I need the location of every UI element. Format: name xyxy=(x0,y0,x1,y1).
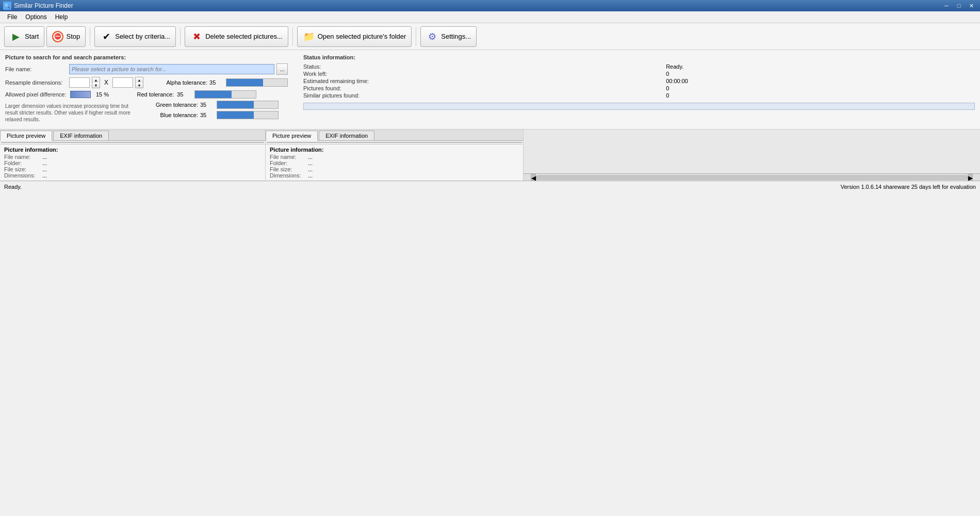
similar-label: Similar pictures found: xyxy=(303,92,656,99)
statusbar-status: Ready. xyxy=(4,184,22,190)
menu-help[interactable]: Help xyxy=(51,12,72,22)
open-folder-button[interactable]: 📁 Open selected picture's folder xyxy=(297,26,412,47)
left-folder-label: Folder: xyxy=(4,160,40,166)
red-label: Red tolerance: xyxy=(117,91,174,98)
red-value: 35 xyxy=(177,91,191,98)
filename-input[interactable] xyxy=(69,64,274,74)
resample-width-down[interactable]: ▼ xyxy=(92,83,100,88)
blue-slider[interactable] xyxy=(217,111,279,119)
select-criteria-button[interactable]: ✔ Select by criteria... xyxy=(94,26,176,47)
middle-info-section: Picture information: File name: ... Fold… xyxy=(266,144,523,181)
search-params: Picture to search for and search paramet… xyxy=(5,54,288,125)
folder-icon: 📁 xyxy=(303,30,315,43)
middle-filename-label: File name: xyxy=(270,154,306,160)
right-results-pane: ◀ ▶ xyxy=(524,130,980,181)
red-slider-fill xyxy=(195,91,232,98)
close-button[interactable]: ✕ xyxy=(966,1,977,10)
middle-preview-area xyxy=(267,142,522,143)
left-preview-area xyxy=(1,142,264,143)
found-label: Pictures found: xyxy=(303,85,656,91)
red-slider[interactable] xyxy=(194,90,256,99)
pixel-diff-bar xyxy=(70,91,91,98)
blue-slider-fill xyxy=(217,111,254,119)
browse-button[interactable]: ... xyxy=(276,63,288,75)
toolbar-sep-4 xyxy=(416,27,416,46)
status-value: Ready. xyxy=(666,63,975,70)
left-tab-preview[interactable]: Picture preview xyxy=(0,131,52,141)
middle-preview-pane: Picture preview EXIF information Picture… xyxy=(266,130,524,181)
title-bar-left: 🔍 Similar Picture Finder xyxy=(3,2,73,10)
status-section: Status information: Status: Ready. Work … xyxy=(298,54,975,125)
middle-filesize-label: File size: xyxy=(270,166,306,172)
status-label: Status: xyxy=(303,63,656,70)
resample-height-spinner[interactable]: ▲ ▼ xyxy=(135,77,143,88)
green-label: Green tolerance: xyxy=(141,102,198,108)
title-bar: 🔍 Similar Picture Finder ─ □ ✕ xyxy=(0,0,980,11)
resample-width-up[interactable]: ▲ xyxy=(92,77,100,83)
alpha-slider-fill xyxy=(226,79,263,86)
resample-height-up[interactable]: ▲ xyxy=(136,77,143,83)
stop-button[interactable]: ⛔ Stop xyxy=(46,26,86,47)
left-info-section: Picture information: File name: ... Fold… xyxy=(0,144,265,181)
scrollbar-track[interactable] xyxy=(536,175,968,180)
toolbar-sep-2 xyxy=(180,27,181,46)
blue-row: Blue tolerance: 35 xyxy=(141,111,279,119)
stop-label: Stop xyxy=(66,33,80,40)
middle-info-title: Picture information: xyxy=(270,147,519,153)
left-folder-value: ... xyxy=(42,160,47,166)
select-label: Select by criteria... xyxy=(115,33,170,40)
menubar: File Options Help xyxy=(0,11,980,23)
statusbar-version: Version 1.0.6.14 shareware 25 days left … xyxy=(841,184,976,190)
delete-label: Delete selected pictures... xyxy=(205,33,283,40)
left-dimensions-value: ... xyxy=(42,172,47,179)
settings-icon: ⚙ xyxy=(426,30,438,43)
search-params-title: Picture to search for and search paramet… xyxy=(5,54,288,60)
green-value: 35 xyxy=(200,102,215,108)
delete-icon: ✖ xyxy=(190,30,203,43)
middle-tab-preview[interactable]: Picture preview xyxy=(266,131,318,141)
left-tab-bar: Picture preview EXIF information xyxy=(0,130,265,141)
left-dimensions-label: Dimensions: xyxy=(4,172,40,179)
middle-filesize-value: ... xyxy=(308,166,313,172)
resample-height-input[interactable]: 75 xyxy=(112,77,133,88)
resample-width-spinner[interactable]: ▲ ▼ xyxy=(92,77,100,88)
status-title: Status information: xyxy=(303,54,975,60)
middle-tab-exif[interactable]: EXIF information xyxy=(319,131,374,140)
blue-value: 35 xyxy=(200,112,215,118)
title-bar-buttons: ─ □ ✕ xyxy=(941,1,977,10)
middle-filesize-row: File size: ... xyxy=(270,166,519,172)
settings-button[interactable]: ⚙ Settings... xyxy=(420,26,477,47)
resample-height-down[interactable]: ▼ xyxy=(136,83,143,88)
delete-button[interactable]: ✖ Delete selected pictures... xyxy=(185,26,288,47)
minimize-button[interactable]: ─ xyxy=(941,1,952,10)
start-icon: ▶ xyxy=(10,30,22,43)
remaining-label: Estimated remaining time: xyxy=(303,78,656,84)
status-grid: Status: Ready. Work left: 0 Estimated re… xyxy=(303,63,975,99)
horizontal-scrollbar[interactable]: ◀ ▶ xyxy=(524,173,980,181)
start-label: Start xyxy=(25,33,39,40)
menu-options[interactable]: Options xyxy=(21,12,51,22)
pixel-diff-pct: 15 % xyxy=(96,91,109,98)
resample-label: Resample dimensions: xyxy=(5,79,67,86)
left-filename-value: ... xyxy=(42,154,47,160)
menu-file[interactable]: File xyxy=(3,12,21,22)
start-button[interactable]: ▶ Start xyxy=(4,26,44,47)
results-list[interactable] xyxy=(524,130,980,173)
left-tab-exif[interactable]: EXIF information xyxy=(53,131,109,140)
filename-label: File name: xyxy=(5,66,67,72)
similar-value: 0 xyxy=(666,92,975,99)
toolbar-sep-3 xyxy=(292,27,293,46)
scroll-right-button[interactable]: ▶ xyxy=(968,174,973,181)
green-slider[interactable] xyxy=(217,101,279,109)
resample-width-input[interactable]: 75 xyxy=(69,77,90,88)
middle-folder-value: ... xyxy=(308,160,313,166)
maximize-button[interactable]: □ xyxy=(953,1,965,10)
alpha-slider[interactable] xyxy=(226,78,288,87)
left-preview-pane: Picture preview EXIF information Picture… xyxy=(0,130,266,181)
select-icon: ✔ xyxy=(100,30,112,43)
stop-icon: ⛔ xyxy=(52,31,63,42)
scroll-left-button[interactable]: ◀ xyxy=(531,174,536,181)
blue-label: Blue tolerance: xyxy=(141,112,198,118)
middle-folder-label: Folder: xyxy=(270,160,306,166)
toolbar: ▶ Start ⛔ Stop ✔ Select by criteria... ✖… xyxy=(0,23,980,50)
